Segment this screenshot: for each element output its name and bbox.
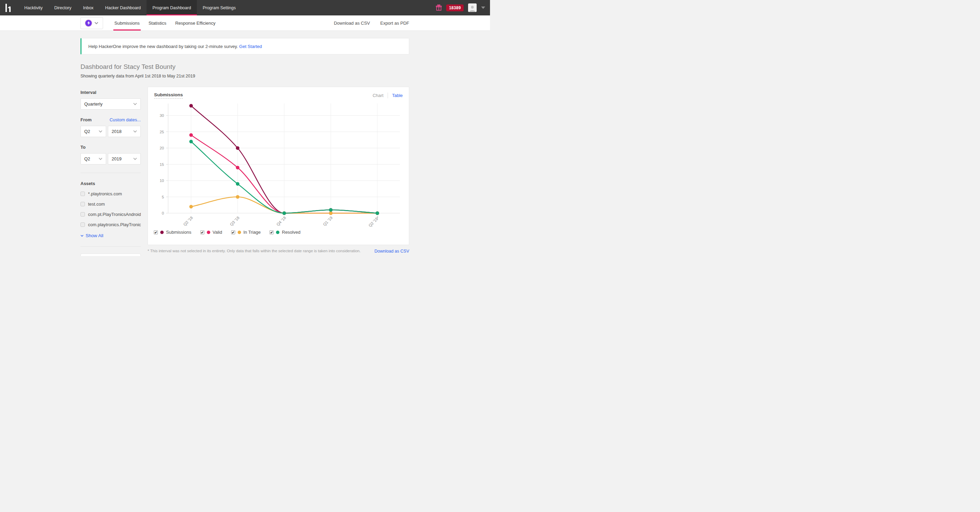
survey-get-started-link[interactable]: Get Started (239, 44, 262, 49)
data-point-valid[interactable] (189, 133, 193, 137)
survey-banner: Help HackerOne improve the new dashboard… (81, 38, 409, 54)
legend-item-in-triage: ✔In Triage (231, 230, 261, 235)
asset-checkbox[interactable] (81, 191, 85, 196)
asset-label: com.pt.PlayTronicsAndroid (88, 212, 141, 217)
interval-select[interactable]: Quarterly (81, 98, 141, 110)
svg-text:25: 25 (159, 130, 164, 134)
top-nav-right: 18389 (436, 0, 485, 16)
from-label: From (81, 117, 92, 122)
toggle-divider (388, 93, 388, 98)
data-point-resolved[interactable] (189, 140, 193, 143)
chevron-down-icon (99, 158, 102, 160)
data-point-resolved[interactable] (283, 211, 286, 215)
to-label: To (81, 145, 141, 150)
interval-select-value: Quarterly (84, 101, 102, 107)
asset-label: com.playtronics.PlayTronic... (88, 222, 141, 227)
topnav-item-hacker-dashboard[interactable]: Hacker Dashboard (99, 0, 146, 16)
chart-card-title[interactable]: Submissions (154, 92, 183, 99)
account-menu-caret-icon[interactable] (481, 6, 485, 9)
from-year-select[interactable]: 2018 (108, 126, 141, 137)
svg-text:20: 20 (159, 146, 164, 150)
hackerone-logo[interactable] (5, 0, 12, 16)
tab-submissions[interactable]: Submissions (110, 16, 144, 30)
data-point-in-triage[interactable] (329, 211, 332, 215)
top-nav-items: HacktivityDirectoryInboxHacker Dashboard… (19, 0, 242, 16)
data-point-submissions[interactable] (236, 146, 239, 150)
topnav-item-hacktivity[interactable]: Hacktivity (19, 0, 48, 16)
chart-legend: ✔Submissions✔Valid✔In Triage✔Resolved (148, 230, 409, 235)
from-quarter-select[interactable]: Q2 (81, 126, 106, 137)
tab-response-efficiency[interactable]: Response Efficiency (171, 16, 220, 30)
topnav-item-program-dashboard[interactable]: Program Dashboard (146, 0, 197, 16)
page-content: Help HackerOne improve the new dashboard… (0, 31, 490, 256)
svg-text:30: 30 (159, 113, 164, 118)
interval-footnote: * This interval was not selected in its … (148, 249, 361, 254)
data-point-in-triage[interactable] (189, 205, 193, 208)
view-chart-toggle[interactable]: Chart (372, 93, 383, 98)
interval-label: Interval (81, 90, 141, 95)
asset-row: test.com (81, 201, 141, 207)
chevron-down-icon (133, 158, 137, 160)
sidebar-divider (81, 246, 141, 247)
legend-item-resolved: ✔Resolved (269, 230, 300, 235)
x-axis-label: Q4 '18 (276, 215, 286, 226)
assets-list: *.playtronics.comtest.comcom.pt.PlayTron… (81, 191, 141, 227)
legend-item-submissions: ✔Submissions (154, 230, 191, 235)
custom-dates-link[interactable]: Custom dates... (110, 117, 141, 122)
asset-checkbox[interactable] (81, 222, 85, 227)
asset-checkbox[interactable] (81, 212, 85, 217)
legend-checkbox[interactable]: ✔ (200, 230, 204, 234)
chevron-down-icon (99, 130, 102, 132)
legend-checkbox[interactable]: ✔ (154, 230, 158, 234)
legend-color-dot (160, 231, 164, 234)
show-all-assets-link[interactable]: Show All (81, 233, 141, 238)
legend-checkbox[interactable]: ✔ (269, 230, 274, 234)
export-actions: Download as CSVExport as PDF (334, 16, 409, 30)
topnav-item-program-settings[interactable]: Program Settings (197, 0, 242, 16)
to-year-select[interactable]: 2019 (108, 153, 141, 164)
data-point-valid[interactable] (236, 166, 239, 169)
legend-label: Submissions (166, 230, 191, 235)
notification-count-badge[interactable]: 18389 (446, 5, 464, 11)
export-as-pdf-button[interactable]: Export as PDF (380, 21, 409, 26)
download-as-csv-button[interactable]: Download as CSV (334, 21, 370, 26)
to-quarter-select[interactable]: Q2 (81, 153, 106, 164)
assets-label: Assets (81, 181, 141, 186)
x-axis-label: Q2 '18 (183, 215, 194, 226)
data-point-submissions[interactable] (189, 104, 193, 107)
svg-text:0: 0 (162, 211, 164, 215)
gift-icon[interactable] (436, 5, 442, 11)
asset-checkbox[interactable] (81, 202, 85, 206)
topnav-item-directory[interactable]: Directory (48, 0, 77, 16)
data-point-resolved[interactable] (329, 208, 332, 211)
from-year-value: 2018 (111, 129, 122, 134)
chevron-down-icon (94, 22, 98, 24)
asset-row: com.playtronics.PlayTronic... (81, 222, 141, 227)
program-selector-dropdown[interactable] (81, 17, 103, 29)
chart-table-toggle: Chart Table (372, 93, 402, 98)
chevron-down-icon (133, 103, 137, 105)
x-axis-label: Q3 '18 (229, 215, 240, 226)
legend-color-dot (207, 231, 210, 234)
show-all-label: Show All (86, 233, 103, 238)
download-csv-link[interactable]: Download as CSV (375, 249, 409, 254)
data-point-resolved[interactable] (236, 182, 239, 185)
svg-text:10: 10 (159, 179, 164, 183)
topnav-item-inbox[interactable]: Inbox (77, 0, 100, 16)
view-table-toggle[interactable]: Table (392, 93, 402, 98)
dashboard-tabs: SubmissionsStatisticsResponse Efficiency (110, 16, 220, 30)
submissions-chart-card: Submissions Chart Table 051015202530Q2 '… (148, 87, 409, 245)
from-quarter-value: Q2 (84, 129, 90, 134)
chevron-down-icon (81, 235, 84, 237)
sidebar-divider (81, 173, 141, 173)
data-point-in-triage[interactable] (236, 195, 239, 198)
submissions-line-chart: 051015202530Q2 '18Q3 '18Q4 '18Q1 '19Q2 '… (148, 99, 409, 228)
tab-statistics[interactable]: Statistics (144, 16, 171, 30)
program-sub-navigation: SubmissionsStatisticsResponse Efficiency… (0, 16, 490, 31)
user-avatar[interactable] (468, 3, 477, 12)
legend-checkbox[interactable]: ✔ (231, 230, 235, 234)
asset-row: com.pt.PlayTronicsAndroid (81, 212, 141, 217)
data-point-resolved[interactable] (375, 211, 379, 215)
x-axis-label: Q2 '19* (368, 215, 380, 228)
chevron-down-icon (133, 130, 137, 132)
